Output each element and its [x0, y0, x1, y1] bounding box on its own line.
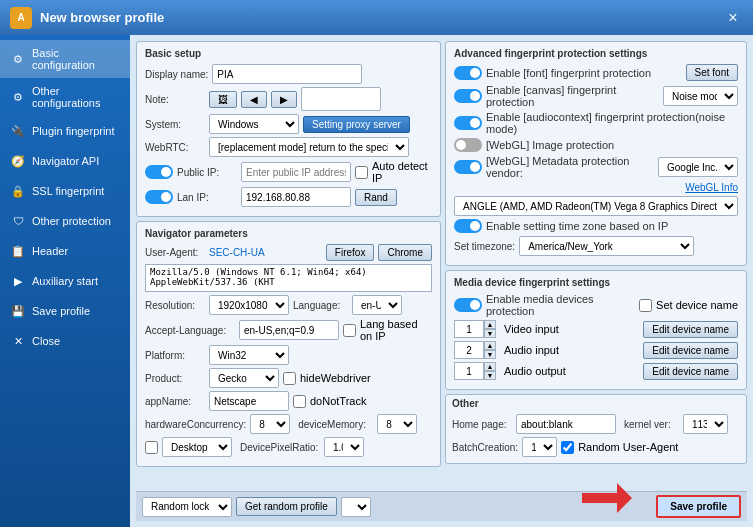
audiocontext-fp-toggle[interactable] [454, 116, 482, 130]
canvas-fp-label: Enable [canvas] fingerprint protection [486, 84, 659, 108]
device-pixel-select[interactable]: 1.0 [324, 437, 364, 457]
appname-input[interactable] [209, 391, 289, 411]
sidebar-item-ssl-fp[interactable]: 🔒 SSL fingerprint [0, 176, 130, 206]
setting-proxy-btn[interactable]: Setting proxy server [303, 116, 410, 133]
media-enable-row: Enable media devices protection Set devi… [454, 293, 738, 317]
canvas-fp-toggle[interactable] [454, 89, 482, 103]
media-device-panel: Media device fingerprint settings Enable… [445, 270, 747, 390]
sidebar-item-auxiliary-start[interactable]: ▶ Auxiliary start [0, 266, 130, 296]
donottrack-label: doNotTrack [310, 395, 366, 407]
resolution-row: Resolution: 1920x1080 Language: en-US [145, 295, 432, 315]
display-name-input[interactable] [212, 64, 362, 84]
video-input-up[interactable]: ▲ [484, 320, 496, 329]
hw-select[interactable]: 8 [250, 414, 290, 434]
audiocontext-fp-label: Enable [audiocontext] fingerprint protec… [486, 111, 738, 135]
content-area: Basic setup Display name: Note: 🖼 ◀ ▶ Sy… [130, 35, 753, 527]
sidebar-item-other-protection[interactable]: 🛡 Other protection [0, 206, 130, 236]
webrtc-select[interactable]: [replacement mode] return to the specifi… [209, 137, 409, 157]
video-input-down[interactable]: ▼ [484, 329, 496, 338]
audio-output-value[interactable] [454, 362, 484, 380]
webgl-vendor-select[interactable]: Google Inc. ( [658, 157, 738, 177]
close-icon: ✕ [10, 333, 26, 349]
get-random-dropdown[interactable]: ▼ [341, 497, 371, 517]
note-input[interactable] [301, 87, 381, 111]
rand-btn[interactable]: Rand [355, 189, 397, 206]
webgl-info-link[interactable]: WebGL Info [685, 182, 738, 193]
kernel-ver-select[interactable]: 113 [683, 414, 728, 434]
canvas-mode-select[interactable]: Noise mode B [663, 86, 738, 106]
basic-setup-title: Basic setup [145, 48, 432, 59]
homepage-input[interactable] [516, 414, 616, 434]
mobile-emulation-select[interactable]: Desktop [162, 437, 232, 457]
video-edit-btn[interactable]: Edit device name [643, 321, 738, 338]
audio-input-down[interactable]: ▼ [484, 350, 496, 359]
kernel-ver-label: kernel ver: [624, 419, 679, 430]
note-next-btn[interactable]: ▶ [271, 91, 297, 108]
media-enable-toggle[interactable] [454, 298, 482, 312]
donottrack-checkbox[interactable] [293, 395, 306, 408]
batch-creation-select[interactable]: 1 [522, 437, 557, 457]
audio-output-edit-btn[interactable]: Edit device name [643, 363, 738, 380]
hide-webdriver-label: hideWebdriver [300, 372, 371, 384]
audio-output-row: ▲ ▼ Audio output Edit device name [454, 362, 738, 380]
get-random-profile-btn[interactable]: Get random profile [236, 497, 337, 516]
sidebar-item-basic-config[interactable]: ⚙ Basic configuration [0, 40, 130, 78]
accept-lang-label: Accept-Language: [145, 325, 235, 336]
sidebar-item-other-config[interactable]: ⚙ Other configurations [0, 78, 130, 116]
firefox-btn[interactable]: Firefox [326, 244, 375, 261]
lang-based-ip-label: Lang based on IP [360, 318, 432, 342]
webgl-renderer-row: ANGLE (AMD, AMD Radeon(TM) Vega 8 Graphi… [454, 196, 738, 216]
platform-select[interactable]: Win32 [209, 345, 289, 365]
sidebar-item-navigator-api[interactable]: 🧭 Navigator API [0, 146, 130, 176]
navigator-api-icon: 🧭 [10, 153, 26, 169]
font-fp-toggle[interactable] [454, 66, 482, 80]
other-title: Other [452, 398, 740, 409]
audio-input-edit-btn[interactable]: Edit device name [643, 342, 738, 359]
sidebar-item-save-profile[interactable]: 💾 Save profile [0, 296, 130, 326]
content-rows: Basic setup Display name: Note: 🖼 ◀ ▶ Sy… [136, 41, 747, 487]
video-input-value[interactable] [454, 320, 484, 338]
set-font-btn[interactable]: Set font [686, 64, 738, 81]
audio-input-value[interactable] [454, 341, 484, 359]
note-image-btn[interactable]: 🖼 [209, 91, 237, 108]
timezone-select[interactable]: America/New_York [519, 236, 694, 256]
window-close-button[interactable]: × [723, 8, 743, 28]
audio-output-label: Audio output [504, 365, 639, 377]
sidebar-item-plugin-fp[interactable]: 🔌 Plugin fingerprint [0, 116, 130, 146]
audio-output-down[interactable]: ▼ [484, 371, 496, 380]
language-select[interactable]: en-US [352, 295, 402, 315]
random-ua-label: Random User-Agent [578, 441, 678, 453]
main-container: ⚙ Basic configuration ⚙ Other configurat… [0, 35, 753, 527]
mobile-emulation-checkbox[interactable] [145, 441, 158, 454]
audio-output-up[interactable]: ▲ [484, 362, 496, 371]
save-profile-icon: 💾 [10, 303, 26, 319]
hide-webdriver-checkbox[interactable] [283, 372, 296, 385]
sidebar-item-header[interactable]: 📋 Header [0, 236, 130, 266]
lan-ip-input[interactable] [241, 187, 351, 207]
random-ua-checkbox[interactable] [561, 441, 574, 454]
resolution-select[interactable]: 1920x1080 [209, 295, 289, 315]
timezone-toggle[interactable] [454, 219, 482, 233]
sidebar-item-close[interactable]: ✕ Close [0, 326, 130, 356]
system-select[interactable]: Windows [209, 114, 299, 134]
webgl-image-toggle[interactable] [454, 138, 482, 152]
public-ip-toggle[interactable] [145, 165, 173, 179]
auto-detect-checkbox[interactable] [355, 166, 368, 179]
webgl-metadata-toggle[interactable] [454, 160, 482, 174]
timezone-row: Enable setting time zone based on IP [454, 219, 738, 233]
homepage-row: Home page: kernel ver: 113 [452, 414, 740, 434]
random-lock-select[interactable]: Random lock [142, 497, 232, 517]
save-profile-btn[interactable]: Save profile [656, 495, 741, 518]
public-ip-input[interactable] [241, 162, 351, 182]
accept-lang-input[interactable] [239, 320, 339, 340]
note-prev-btn[interactable]: ◀ [241, 91, 267, 108]
video-input-spinbox: ▲ ▼ [454, 320, 496, 338]
product-select[interactable]: Gecko [209, 368, 279, 388]
device-memory-select[interactable]: 8 [377, 414, 417, 434]
webgl-renderer-select[interactable]: ANGLE (AMD, AMD Radeon(TM) Vega 8 Graphi… [454, 196, 738, 216]
lan-ip-toggle[interactable] [145, 190, 173, 204]
chrome-btn[interactable]: Chrome [378, 244, 432, 261]
audio-input-up[interactable]: ▲ [484, 341, 496, 350]
lang-based-ip-checkbox[interactable] [343, 324, 356, 337]
set-device-checkbox[interactable] [639, 299, 652, 312]
